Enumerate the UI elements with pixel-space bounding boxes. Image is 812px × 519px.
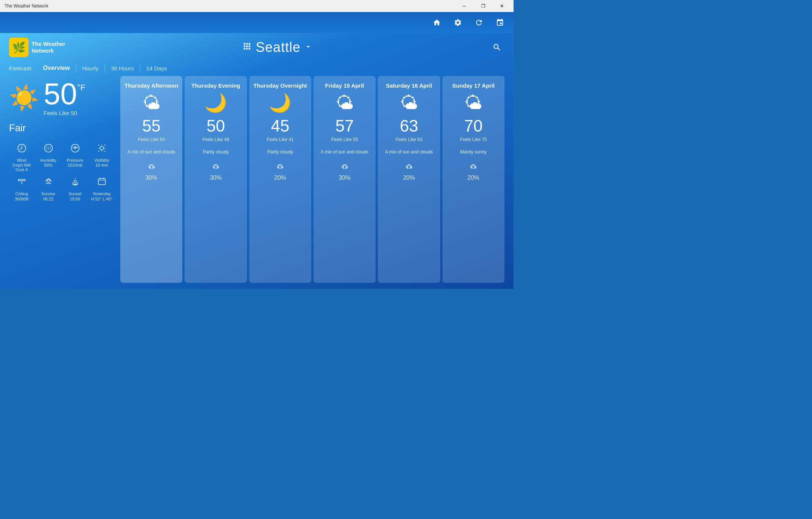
card-temp: 57 bbox=[335, 117, 354, 135]
card-weather-icon: 🌙 bbox=[269, 94, 291, 112]
forecast-card-3[interactable]: Friday 15 April 🌤 57 Feels Like 55 A mix… bbox=[314, 76, 376, 283]
main-content: ☀️ 50 °F Feels Like 50 Fair Wind 2mph NW bbox=[0, 76, 514, 289]
card-precip: 30% bbox=[145, 175, 158, 181]
pressure-icon bbox=[70, 143, 80, 156]
humidity-value: 69% bbox=[44, 163, 52, 167]
visibility-detail: Visibility 10.4mi bbox=[89, 143, 114, 172]
sunrise-value: 06:22 bbox=[43, 197, 54, 201]
forecast-label: Forecast: bbox=[9, 65, 33, 71]
forecast-card-5[interactable]: Sunday 17 April 🌤 70 Feels Like 75 Mainl… bbox=[442, 76, 504, 283]
sunset-label: Sunset bbox=[68, 191, 81, 196]
card-feels: Feels Like 48 bbox=[202, 137, 229, 142]
pin-icon[interactable] bbox=[492, 15, 508, 30]
ceiling-label: Ceiling bbox=[15, 191, 28, 196]
humidity-label: Humidity bbox=[40, 158, 56, 163]
close-button[interactable]: ✕ bbox=[493, 0, 511, 12]
card-temp: 55 bbox=[142, 117, 161, 135]
card-condition: Mainly sunny bbox=[460, 146, 486, 158]
yesterday-value: H:52° L:45° bbox=[91, 197, 112, 201]
svg-line-10 bbox=[98, 145, 99, 146]
card-weather-icon: 🌤 bbox=[336, 94, 354, 112]
svg-point-4 bbox=[50, 147, 50, 148]
card-weather-icon: 🌙 bbox=[205, 94, 227, 112]
pressure-detail: Pressure 1010mb bbox=[62, 143, 88, 172]
temperature-value: 50 bbox=[44, 79, 77, 109]
left-panel: ☀️ 50 °F Feels Like 50 Fair Wind 2mph NW bbox=[9, 76, 114, 283]
sunrise-icon bbox=[43, 176, 54, 190]
app-body: 🌿 The Weather Network Seattle Forecast: … bbox=[0, 33, 514, 289]
refresh-icon[interactable] bbox=[471, 15, 486, 30]
card-feels: Feels Like 75 bbox=[460, 137, 487, 142]
top-toolbar bbox=[0, 12, 514, 33]
wind-label: Wind bbox=[17, 158, 26, 163]
tab-14days[interactable]: 14 Days bbox=[140, 64, 173, 73]
card-weather-icon: 🌤 bbox=[400, 94, 418, 112]
current-weather-icon: ☀️ bbox=[9, 86, 39, 110]
card-day: Thursday Afternoon bbox=[124, 82, 178, 90]
card-day: Thursday Evening bbox=[191, 82, 240, 90]
svg-line-13 bbox=[105, 151, 105, 152]
rain-icon bbox=[212, 162, 220, 173]
card-temp: 45 bbox=[271, 117, 289, 135]
rain-icon bbox=[341, 162, 349, 173]
ceiling-value: 30000ft bbox=[15, 197, 29, 201]
home-icon[interactable] bbox=[429, 15, 444, 30]
forecast-card-2[interactable]: Thursday Overnight 🌙 45 Feels Like 41 Pa… bbox=[249, 76, 311, 283]
wind-value: 2mph NW bbox=[12, 163, 31, 167]
visibility-value: 10.4mi bbox=[95, 163, 108, 167]
humidity-icon bbox=[43, 143, 54, 156]
minimize-button[interactable]: ─ bbox=[456, 0, 473, 12]
forecast-card-1[interactable]: Thursday Evening 🌙 50 Feels Like 48 Part… bbox=[185, 76, 247, 283]
card-precip: 30% bbox=[210, 175, 222, 181]
card-day: Thursday Overnight bbox=[253, 82, 307, 90]
feels-like: Feels Like 50 bbox=[44, 110, 85, 116]
rain-icon bbox=[405, 162, 413, 173]
svg-rect-27 bbox=[98, 179, 105, 185]
current-weather: ☀️ 50 °F Feels Like 50 bbox=[9, 79, 114, 116]
yesterday-icon bbox=[97, 176, 107, 190]
rain-icon bbox=[147, 162, 156, 173]
sunrise-label: Sunrise bbox=[41, 191, 55, 196]
nav-tabs: Forecast: Overview Hourly 36 Hours 14 Da… bbox=[0, 62, 514, 76]
city-selector[interactable]: Seattle bbox=[71, 39, 483, 55]
card-weather-icon: 🌤 bbox=[464, 94, 482, 112]
svg-point-1 bbox=[44, 144, 52, 152]
forecast-card-4[interactable]: Saturday 16 April 🌤 63 Feels Like 63 A m… bbox=[378, 76, 440, 283]
logo-text: The Weather Network bbox=[32, 41, 65, 54]
visibility-icon bbox=[97, 143, 107, 156]
sunrise-detail: Sunrise 06:22 bbox=[36, 176, 61, 201]
pressure-value: 1010mb bbox=[68, 163, 83, 167]
svg-point-9 bbox=[74, 147, 76, 149]
card-precip: 30% bbox=[339, 175, 351, 181]
card-temp: 70 bbox=[464, 117, 483, 135]
card-weather-icon: 🌤 bbox=[142, 94, 161, 112]
card-feels: Feels Like 41 bbox=[267, 137, 294, 142]
svg-point-24 bbox=[74, 181, 76, 183]
rain-icon bbox=[276, 162, 284, 173]
wind-detail: Wind 2mph NW Gust 4 bbox=[9, 143, 34, 172]
sunset-value: 19:56 bbox=[70, 197, 80, 201]
yesterday-detail: Yesterday H:52° L:45° bbox=[89, 176, 114, 201]
weather-details: Wind 2mph NW Gust 4 bbox=[9, 143, 114, 201]
maximize-button[interactable]: ❐ bbox=[474, 0, 492, 12]
svg-point-14 bbox=[100, 146, 103, 150]
svg-point-5 bbox=[46, 149, 47, 149]
svg-point-6 bbox=[48, 149, 48, 149]
tab-hourly[interactable]: Hourly bbox=[76, 64, 105, 73]
settings-icon[interactable] bbox=[450, 15, 465, 30]
card-precip: 20% bbox=[274, 175, 286, 181]
card-day: Friday 15 April bbox=[325, 82, 364, 90]
card-condition: Partly cloudy bbox=[203, 146, 229, 158]
tab-overview[interactable]: Overview bbox=[37, 63, 76, 73]
humidity-detail: Humidity 69% bbox=[36, 143, 61, 172]
forecast-card-0[interactable]: Thursday Afternoon 🌤 55 Feels Like 54 A … bbox=[120, 76, 182, 283]
city-grid-icon bbox=[242, 41, 252, 53]
svg-line-12 bbox=[98, 151, 99, 152]
search-button[interactable] bbox=[489, 40, 504, 55]
window-controls: ─ ❐ ✕ bbox=[456, 0, 511, 12]
sunset-icon bbox=[70, 176, 80, 190]
condition-text: Fair bbox=[9, 122, 114, 134]
yesterday-label: Yesterday bbox=[92, 191, 111, 196]
card-condition: Partly cloudy bbox=[267, 146, 293, 158]
tab-36hours[interactable]: 36 Hours bbox=[105, 64, 140, 73]
